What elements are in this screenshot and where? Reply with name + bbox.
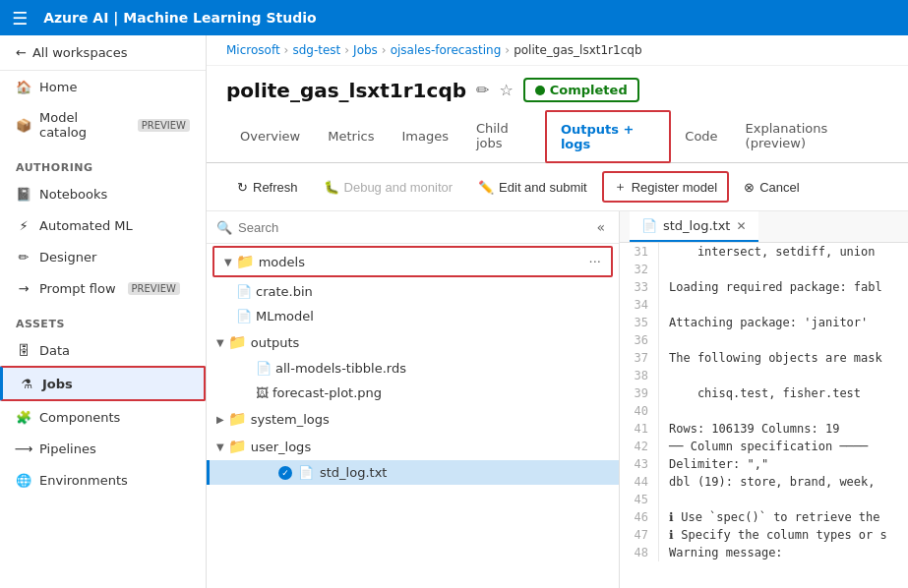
log-line: 37The following objects are mask [620, 349, 908, 367]
file-std-log[interactable]: ✓ 📄 std_log.txt [207, 460, 619, 485]
sidebar: ← All workspaces 🏠 Home 📦 Model catalog … [0, 35, 207, 588]
sidebar-item-notebooks[interactable]: 📓 Notebooks [0, 178, 206, 209]
line-number: 48 [620, 544, 659, 561]
log-tab-std[interactable]: 📄 std_log.txt ✕ [630, 211, 758, 242]
file-search-bar: 🔍 « [207, 211, 619, 244]
favorite-icon[interactable]: ☆ [499, 81, 513, 99]
log-line: 41Rows: 106139 Columns: 19 [620, 420, 908, 438]
tab-images[interactable]: Images [388, 119, 462, 155]
log-line: 44dbl (19): store, brand, week, [620, 473, 908, 491]
breadcrumb-current: polite_gas_lsxt1r1cqb [514, 43, 641, 57]
folder-system-logs[interactable]: ▶ 📁 system_logs [207, 405, 619, 433]
sidebar-item-prompt-flow[interactable]: → Prompt flow PREVIEW [0, 272, 206, 304]
breadcrumb-jobs[interactable]: Jobs [353, 43, 378, 57]
sidebar-item-pipelines[interactable]: ⟶ Pipelines [0, 433, 206, 464]
app-title: Azure AI | Machine Learning Studio [43, 10, 316, 26]
log-line: 31 intersect, setdiff, union [620, 243, 908, 261]
tab-explanations[interactable]: Explanations (preview) [732, 111, 888, 162]
log-content[interactable]: 31 intersect, setdiff, union3233Loading … [620, 243, 908, 588]
line-number: 44 [620, 473, 659, 491]
file-tibble[interactable]: 📄 all-models-tibble.rds [207, 356, 619, 381]
file-crate-bin[interactable]: 📄 crate.bin [207, 279, 619, 304]
model-catalog-icon: 📦 [16, 117, 31, 133]
toolbar: ↻ Refresh 🐛 Debug and monitor ✏️ Edit an… [207, 163, 908, 211]
line-content: ── Column specification ──── [669, 438, 868, 455]
sidebar-item-components[interactable]: 🧩 Components [0, 401, 206, 433]
tab-child-jobs[interactable]: Child jobs [462, 111, 545, 162]
collapse-panel-icon[interactable]: « [592, 217, 609, 237]
log-close-icon[interactable]: ✕ [736, 219, 746, 233]
breadcrumb: Microsoft › sdg-test › Jobs › ojsales-fo… [207, 35, 908, 66]
more-options-icon[interactable]: ··· [589, 255, 601, 269]
log-line: 47ℹ Specify the column types or s [620, 526, 908, 544]
log-line: 45 [620, 491, 908, 508]
file-forecast-plot[interactable]: 🖼 forecast-plot.png [207, 381, 619, 405]
sidebar-item-data[interactable]: 🗄 Data [0, 334, 206, 366]
components-icon: 🧩 [16, 409, 31, 425]
register-model-button[interactable]: ＋ Register model [602, 171, 729, 203]
line-content: ℹ Specify the column types or s [669, 526, 887, 544]
line-content: intersect, setdiff, union [669, 243, 876, 261]
status-badge: Completed [523, 78, 639, 102]
prompt-flow-preview-badge: PREVIEW [128, 282, 180, 295]
debug-monitor-button[interactable]: 🐛 Debug and monitor [313, 174, 464, 201]
home-icon: 🏠 [16, 79, 31, 94]
file-search-input[interactable] [238, 220, 586, 235]
sidebar-item-automated-ml[interactable]: ⚡ Automated ML [0, 209, 206, 241]
log-line: 33Loading required package: fabl [620, 278, 908, 296]
authoring-section-label: Authoring [0, 147, 206, 178]
line-number: 33 [620, 278, 659, 296]
line-number: 43 [620, 455, 659, 473]
folder-outputs-icon: 📁 [228, 333, 247, 351]
refresh-icon: ↻ [237, 180, 248, 195]
log-line: 43Delimiter: "," [620, 455, 908, 473]
folder-models-icon: 📁 [236, 253, 255, 270]
log-line: 48Warning message: [620, 544, 908, 561]
log-line: 38 [620, 367, 908, 384]
jobs-icon: ⚗️ [19, 376, 34, 391]
edit-title-icon[interactable]: ✏️ [476, 81, 489, 99]
file-mlmodel[interactable]: 📄 MLmodel [207, 304, 619, 328]
log-line: 40 [620, 402, 908, 420]
log-line: 42── Column specification ──── [620, 438, 908, 455]
prompt-flow-icon: → [16, 280, 31, 296]
back-to-workspaces[interactable]: ← All workspaces [0, 35, 206, 71]
file-tree: ▼ 📁 models ··· 📄 crate.bin 📄 MLmodel [207, 244, 619, 588]
tabs-bar: Overview Metrics Images Child jobs Outpu… [207, 110, 908, 163]
sidebar-item-designer[interactable]: ✏️ Designer [0, 241, 206, 272]
hamburger-icon[interactable]: ☰ [12, 8, 28, 29]
line-number: 31 [620, 243, 659, 261]
folder-models[interactable]: ▼ 📁 models ··· [212, 246, 613, 277]
page-header: polite_gas_lsxt1r1cqb ✏️ ☆ Completed [207, 66, 908, 110]
cancel-button[interactable]: ⊗ Cancel [733, 174, 810, 201]
tab-outputs-logs[interactable]: Outputs + logs [545, 110, 671, 163]
sidebar-item-home[interactable]: 🏠 Home [0, 71, 206, 102]
assets-section-label: Assets [0, 304, 206, 334]
content-area: Microsoft › sdg-test › Jobs › ojsales-fo… [207, 35, 908, 588]
data-icon: 🗄 [16, 342, 31, 358]
log-tab-bar: 📄 std_log.txt ✕ [620, 211, 908, 243]
line-content: chisq.test, fisher.test [669, 384, 861, 402]
line-content: Attaching package: 'janitor' [669, 314, 868, 331]
sidebar-item-environments[interactable]: 🌐 Environments [0, 464, 206, 496]
search-icon: 🔍 [216, 220, 232, 235]
folder-outputs[interactable]: ▼ 📁 outputs [207, 328, 619, 356]
tab-metrics[interactable]: Metrics [314, 119, 388, 155]
log-file-icon: 📄 [641, 218, 657, 233]
log-viewer: 📄 std_log.txt ✕ 31 intersect, setdiff, u… [620, 211, 908, 588]
breadcrumb-sdg-test[interactable]: sdg-test [292, 43, 340, 57]
folder-user-logs[interactable]: ▼ 📁 user_logs [207, 433, 619, 460]
sidebar-item-jobs[interactable]: ⚗️ Jobs [0, 366, 206, 401]
tab-code[interactable]: Code [671, 119, 731, 155]
breadcrumb-ojsales[interactable]: ojsales-forecasting [391, 43, 502, 57]
back-arrow-icon: ← [16, 45, 27, 60]
breadcrumb-microsoft[interactable]: Microsoft [226, 43, 280, 57]
preview-badge: PREVIEW [138, 119, 190, 132]
status-dot [535, 86, 545, 95]
refresh-button[interactable]: ↻ Refresh [226, 174, 309, 201]
sidebar-item-model-catalog[interactable]: 📦 Model catalog PREVIEW [0, 102, 206, 147]
line-content: dbl (19): store, brand, week, [669, 473, 876, 491]
tab-overview[interactable]: Overview [226, 119, 314, 155]
pipelines-icon: ⟶ [16, 441, 31, 456]
edit-submit-button[interactable]: ✏️ Edit and submit [467, 174, 598, 201]
